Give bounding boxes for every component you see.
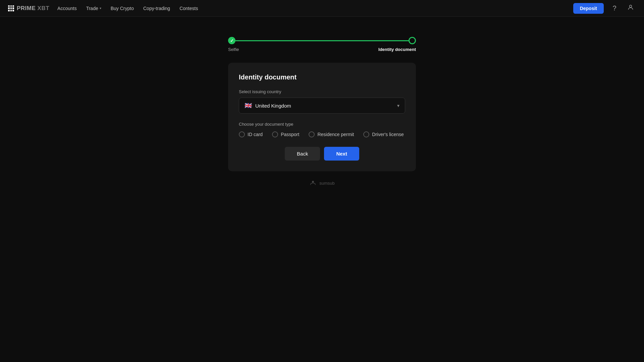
identity-document-card: Identity document Select issuing country… <box>228 63 416 171</box>
logo-icon <box>8 5 14 11</box>
radio-id-card[interactable]: ID card <box>239 131 263 137</box>
radio-passport[interactable]: Passport <box>272 131 299 137</box>
stepper-track <box>228 37 416 44</box>
radio-circle-residence <box>309 131 315 137</box>
country-flag: 🇬🇧 <box>245 102 252 109</box>
country-label: Select issuing country <box>239 89 405 94</box>
country-select[interactable]: 🇬🇧 United Kingdom ▾ <box>239 98 405 114</box>
stepper: Selfie Identity document <box>228 37 416 52</box>
radio-label-id-card: ID card <box>248 132 263 137</box>
help-button[interactable]: ? <box>609 3 620 14</box>
radio-label-residence: Residence permit <box>317 132 354 137</box>
logo[interactable]: PRIME XBT <box>8 5 49 12</box>
sumsub-label: sumsub <box>319 181 335 186</box>
nav-copy-trading[interactable]: Copy-trading <box>143 6 170 11</box>
nav-trade[interactable]: Trade ▾ <box>86 6 101 11</box>
radio-circle-drivers <box>363 131 369 137</box>
nav-accounts[interactable]: Accounts <box>57 6 77 11</box>
sumsub-footer: sumsub <box>309 179 335 187</box>
stepper-step1-dot <box>228 37 235 44</box>
nav-contests[interactable]: Contests <box>179 6 198 11</box>
country-select-left: 🇬🇧 United Kingdom <box>245 102 291 109</box>
logo-text: PRIME XBT <box>17 5 49 12</box>
trade-chevron-icon: ▾ <box>100 6 101 10</box>
radio-circle-id-card <box>239 131 245 137</box>
stepper-line <box>235 40 409 41</box>
back-button[interactable]: Back <box>285 147 320 161</box>
stepper-step2-dot <box>409 37 416 44</box>
help-icon: ? <box>612 4 616 12</box>
stepper-labels: Selfie Identity document <box>228 47 416 52</box>
radio-label-passport: Passport <box>281 132 299 137</box>
radio-drivers-license[interactable]: Driver's license <box>363 131 404 137</box>
radio-residence-permit[interactable]: Residence permit <box>309 131 354 137</box>
stepper-label-selfie: Selfie <box>228 47 239 52</box>
doc-type-label: Choose your document type <box>239 122 405 127</box>
stepper-label-identity: Identity document <box>378 47 416 52</box>
buttons-row: Back Next <box>239 147 405 161</box>
header-right: Deposit ? <box>573 3 636 14</box>
user-icon <box>627 4 634 12</box>
card-title: Identity document <box>239 73 405 81</box>
deposit-button[interactable]: Deposit <box>573 3 604 14</box>
svg-point-1 <box>312 181 314 183</box>
radio-label-drivers: Driver's license <box>372 132 404 137</box>
nav-buy-crypto[interactable]: Buy Crypto <box>111 6 134 11</box>
country-name: United Kingdom <box>255 103 291 109</box>
header: PRIME XBT Accounts Trade ▾ Buy Crypto Co… <box>0 0 644 17</box>
svg-point-0 <box>630 5 632 7</box>
main-content: Selfie Identity document Identity docume… <box>0 17 644 187</box>
header-left: PRIME XBT Accounts Trade ▾ Buy Crypto Co… <box>8 5 198 12</box>
radio-circle-passport <box>272 131 278 137</box>
doc-types: ID card Passport Residence permit Driver… <box>239 131 405 137</box>
chevron-down-icon: ▾ <box>397 103 399 108</box>
sumsub-icon <box>309 179 317 187</box>
main-nav: Accounts Trade ▾ Buy Crypto Copy-trading… <box>57 6 198 11</box>
next-button[interactable]: Next <box>324 147 359 161</box>
user-button[interactable] <box>625 3 636 14</box>
